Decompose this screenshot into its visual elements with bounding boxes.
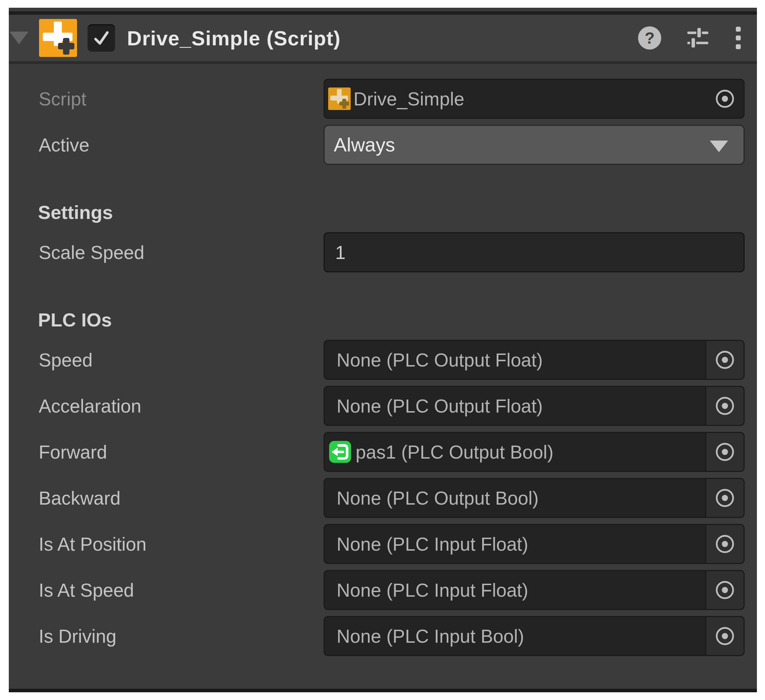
- enabled-checkbox[interactable]: [88, 24, 115, 52]
- object-field[interactable]: None (PLC Output Float): [324, 386, 745, 426]
- script-asset-icon: [328, 88, 351, 110]
- scale-speed-value: 1: [335, 242, 345, 263]
- field-label-scale-speed: Scale Speed: [39, 232, 324, 272]
- object-picker-icon: [714, 395, 736, 417]
- object-picker-button[interactable]: [705, 617, 743, 655]
- object-picker-button[interactable]: [706, 80, 743, 118]
- field-label: Is At Position: [39, 524, 324, 564]
- script-component-icon: [39, 19, 77, 57]
- settings-heading: Settings: [38, 201, 745, 223]
- field-label: Accelaration: [39, 386, 324, 426]
- object-field[interactable]: None (PLC Input Float): [324, 524, 745, 564]
- object-field-value: None (PLC Output Bool): [337, 487, 538, 509]
- object-picker-button[interactable]: [705, 571, 743, 609]
- chevron-down-icon: [710, 141, 728, 152]
- plc-row-is-at-position: Is At Position None (PLC Input Float): [39, 524, 745, 564]
- component-body: Script Drive_Simple: [9, 64, 757, 656]
- inspector-gap: [9, 8, 757, 11]
- plc-row-speed: Speed None (PLC Output Float): [39, 340, 745, 380]
- object-picker-button[interactable]: [705, 525, 743, 563]
- presets-icon[interactable]: [686, 26, 710, 50]
- field-label: Backward: [39, 478, 324, 518]
- script-row: Script Drive_Simple: [39, 79, 745, 119]
- field-label: Is Driving: [39, 616, 324, 656]
- object-field-value: None (PLC Input Float): [337, 579, 528, 601]
- checkmark-icon: [92, 29, 110, 47]
- active-dropdown[interactable]: Always: [324, 125, 745, 165]
- object-field[interactable]: None (PLC Output Float): [324, 340, 745, 380]
- object-field-value: None (PLC Output Float): [337, 349, 543, 371]
- field-label-active: Active: [39, 125, 324, 165]
- active-dropdown-value: Always: [334, 133, 395, 156]
- field-label: Speed: [39, 340, 324, 380]
- object-picker-button[interactable]: [705, 479, 743, 517]
- object-field[interactable]: None (PLC Input Float): [324, 570, 745, 610]
- object-field-value: pas1 (PLC Output Bool): [356, 441, 554, 463]
- object-picker-button[interactable]: [705, 387, 743, 425]
- plc-output-signal-icon: [328, 440, 352, 464]
- help-glyph: ?: [645, 28, 655, 47]
- component-header: Drive_Simple (Script) ?: [9, 15, 757, 64]
- plc-row-forward: Forward pas1 (PLC Output Bool): [39, 432, 745, 472]
- help-icon[interactable]: ?: [638, 27, 661, 50]
- plc-row-accelaration: Accelaration None (PLC Output Float): [39, 386, 745, 426]
- object-picker-icon: [714, 441, 736, 463]
- object-picker-button[interactable]: [705, 433, 743, 471]
- field-label: Is At Speed: [39, 570, 324, 610]
- field-label: Forward: [39, 432, 324, 472]
- plc-row-backward: Backward None (PLC Output Bool): [39, 478, 745, 518]
- active-row: Active Always: [39, 125, 745, 165]
- field-label-script: Script: [39, 79, 324, 119]
- plc-row-is-driving: Is Driving None (PLC Input Bool): [39, 616, 745, 656]
- scale-speed-row: Scale Speed 1: [39, 232, 745, 272]
- object-field-value: None (PLC Input Float): [337, 534, 528, 555]
- object-field[interactable]: None (PLC Input Bool): [324, 616, 745, 656]
- object-picker-icon: [714, 579, 736, 601]
- header-actions: ?: [638, 25, 742, 50]
- object-picker-icon: [714, 533, 736, 555]
- script-object-field[interactable]: Drive_Simple: [324, 79, 745, 119]
- object-picker-icon: [714, 625, 736, 647]
- inspector-screenshot: Drive_Simple (Script) ?: [0, 0, 765, 700]
- object-field-value: None (PLC Output Float): [337, 396, 543, 417]
- object-picker-icon: [714, 88, 736, 110]
- object-picker-icon: [714, 487, 736, 509]
- foldout-arrow-icon[interactable]: [9, 31, 28, 44]
- plc-row-is-at-speed: Is At Speed None (PLC Input Float): [39, 570, 745, 610]
- component-title: Drive_Simple (Script): [127, 27, 341, 50]
- scale-speed-input[interactable]: 1: [324, 232, 745, 272]
- script-object-value: Drive_Simple: [354, 88, 464, 110]
- more-options-icon[interactable]: [734, 25, 742, 50]
- object-picker-icon: [714, 348, 736, 371]
- object-field[interactable]: None (PLC Output Bool): [324, 478, 745, 518]
- object-field[interactable]: pas1 (PLC Output Bool): [324, 432, 745, 472]
- object-picker-button[interactable]: [705, 341, 743, 379]
- plc-ios-heading: PLC IOs: [38, 309, 745, 331]
- component-panel: Drive_Simple (Script) ?: [9, 8, 757, 692]
- object-field-value: None (PLC Input Bool): [337, 626, 524, 647]
- component-top-border: [9, 11, 757, 15]
